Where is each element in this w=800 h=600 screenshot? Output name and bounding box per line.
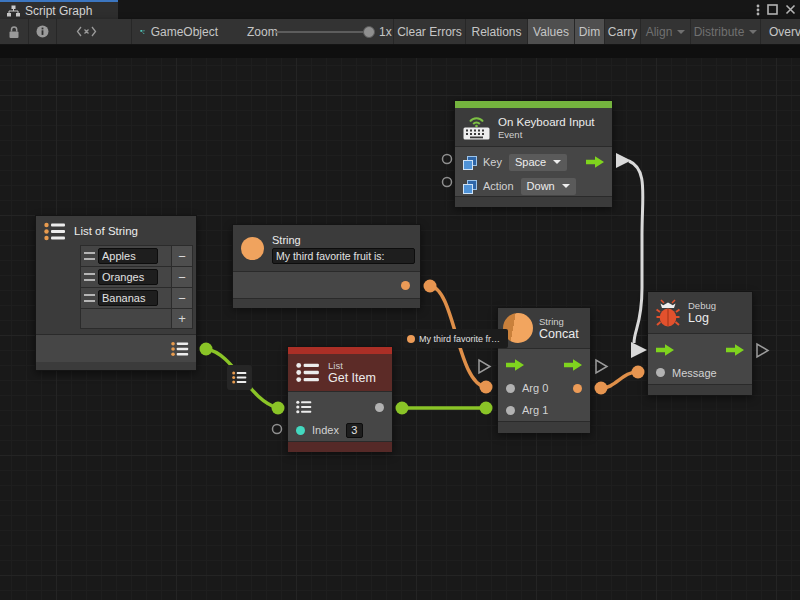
chevron-down-icon (677, 30, 685, 38)
node-subtitle: String (539, 316, 579, 327)
list-items-panel: − − − + (80, 245, 193, 329)
info-button[interactable] (28, 19, 56, 44)
graph-hierarchy-icon (7, 5, 20, 17)
node-subtitle: Event (498, 129, 595, 140)
zoom-value: 1x (379, 19, 392, 44)
chevron-down-icon (749, 30, 757, 38)
control-output-port[interactable] (726, 344, 744, 356)
tab-strip: Script Graph (0, 0, 800, 19)
canvas-top-band (0, 45, 800, 58)
action-dropdown-value: Down (527, 180, 555, 192)
keyboard-signal-icon (463, 115, 490, 140)
error-accent-strip (288, 347, 392, 354)
add-item-button[interactable]: + (171, 309, 192, 328)
add-item-row: + (81, 309, 192, 328)
lock-icon (8, 25, 20, 39)
binding-icon (463, 180, 476, 193)
control-input-port[interactable] (656, 344, 674, 356)
node-title: Log (688, 311, 716, 325)
drag-handle-icon[interactable] (84, 294, 95, 302)
action-port-label: Action (483, 180, 514, 192)
drag-handle-icon[interactable] (84, 273, 95, 281)
node-title: On Keyboard Input (498, 115, 595, 129)
gameobject-connector-icon (140, 25, 145, 39)
arg1-input-port[interactable] (506, 406, 515, 415)
node-get-item[interactable]: List Get Item Index (287, 346, 393, 452)
node-title: String (272, 233, 415, 247)
list-icon (44, 222, 66, 241)
close-icon[interactable] (785, 4, 796, 15)
node-debug-log[interactable]: Debug Log Message (647, 291, 753, 395)
node-title: Concat (539, 327, 579, 341)
remove-item-button[interactable]: − (171, 288, 192, 308)
clear-errors-button[interactable]: Clear Errors (393, 19, 465, 44)
arg0-input-port[interactable] (506, 384, 515, 393)
remove-item-button[interactable]: − (171, 267, 192, 287)
drag-handle-icon[interactable] (84, 252, 95, 260)
result-output-port[interactable] (573, 384, 582, 393)
zoom-label: Zoom (247, 19, 278, 44)
chevron-down-icon (553, 160, 561, 168)
index-value-input[interactable] (346, 423, 363, 438)
item-output-port[interactable] (375, 403, 384, 412)
wire-value-badge (227, 365, 252, 390)
control-output-port[interactable] (586, 156, 604, 168)
index-input-port[interactable] (296, 426, 305, 435)
key-dropdown-value: Space (515, 156, 546, 168)
node-title: List of String (74, 224, 138, 238)
list-item-input[interactable] (98, 248, 158, 264)
arg0-label: Arg 0 (522, 382, 548, 394)
node-list-of-string[interactable]: List of String − − − + (35, 215, 197, 371)
zoom-slider-knob[interactable] (363, 26, 375, 38)
list-icon (232, 371, 247, 384)
node-subtitle: List (328, 360, 376, 371)
key-dropdown[interactable]: Space (509, 154, 567, 171)
string-value-icon (407, 335, 415, 343)
arg1-label: Arg 1 (522, 404, 548, 416)
string-output-port[interactable] (401, 281, 410, 290)
lock-button[interactable] (0, 19, 28, 44)
node-concat[interactable]: String Concat Arg 0 Arg 1 (497, 307, 591, 433)
align-dropdown[interactable]: Align (640, 19, 690, 44)
node-string-literal[interactable]: String (232, 224, 421, 307)
overview-button[interactable]: Overv (760, 19, 800, 44)
list-item-row: − (81, 288, 192, 309)
gameobject-selector[interactable]: GameObject (131, 19, 226, 44)
list-item-input[interactable] (98, 290, 158, 306)
maximize-icon[interactable] (767, 4, 778, 15)
unity-visual-scripting-window: Script Graph (0, 0, 800, 600)
tooltip-text: My third favorite fr… (419, 334, 500, 344)
relations-button[interactable]: Relations (465, 19, 527, 44)
wire-value-tooltip: My third favorite fr… (403, 329, 508, 348)
kebab-menu-icon[interactable] (756, 4, 760, 16)
list-item-row: − (81, 246, 192, 267)
control-output-port[interactable] (564, 359, 582, 371)
zoom-slider-track[interactable] (275, 31, 365, 33)
list-output-port[interactable] (171, 341, 189, 357)
control-input-port[interactable] (506, 359, 524, 371)
distribute-dropdown[interactable]: Distribute (690, 19, 760, 44)
node-on-keyboard-input[interactable]: On Keyboard Input Event Key Space Action (454, 100, 613, 207)
tab-script-graph[interactable]: Script Graph (0, 0, 118, 19)
list-output-row (36, 334, 196, 363)
event-accent-strip (455, 101, 612, 108)
carry-toggle[interactable]: Carry (604, 19, 640, 44)
node-title: Get Item (328, 371, 376, 385)
gameobject-label: GameObject (151, 25, 218, 39)
code-view-button[interactable] (56, 19, 116, 44)
string-value-input[interactable] (272, 248, 415, 264)
message-label: Message (672, 367, 717, 379)
values-toggle[interactable]: Values (527, 19, 574, 44)
info-icon (36, 25, 49, 38)
key-port-label: Key (483, 156, 502, 168)
list-item-input[interactable] (98, 269, 158, 285)
align-label: Align (646, 25, 673, 39)
message-input-port[interactable] (656, 368, 665, 377)
remove-item-button[interactable]: − (171, 246, 192, 266)
action-dropdown[interactable]: Down (521, 178, 576, 195)
index-label: Index (312, 424, 339, 436)
code-brackets-icon (76, 25, 97, 38)
list-input-port[interactable] (296, 400, 312, 414)
dim-toggle[interactable]: Dim (574, 19, 604, 44)
tab-title: Script Graph (25, 4, 92, 18)
